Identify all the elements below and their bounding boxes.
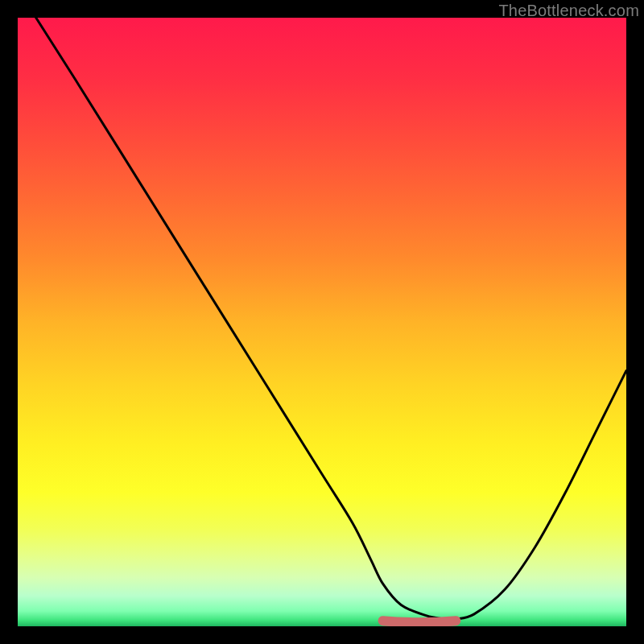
- chart-container: TheBottleneck.com: [0, 0, 644, 644]
- plot-area: [18, 18, 626, 626]
- bottleneck-curve: [18, 18, 626, 626]
- watermark-text: TheBottleneck.com: [498, 2, 639, 20]
